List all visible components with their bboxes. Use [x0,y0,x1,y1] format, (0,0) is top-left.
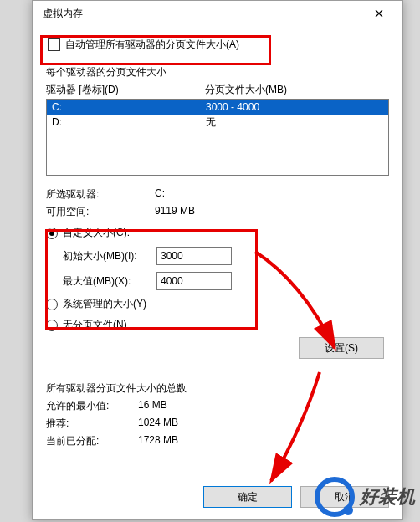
close-icon [375,9,383,18]
totals-title: 所有驱动器分页文件大小的总数 [46,381,389,396]
max-size-label: 最大值(MB)(X): [63,274,156,289]
drive-listbox[interactable]: C: 3000 - 4000 D: 无 [46,99,389,176]
col-size-header: 分页文件大小(MB) [205,83,389,97]
radio-system-managed-label: 系统管理的大小(Y) [63,297,146,311]
max-size-input[interactable] [156,272,232,290]
each-drive-title: 每个驱动器的分页文件大小 [46,65,389,79]
current-alloc-value: 1728 MB [138,434,389,448]
radio-no-paging[interactable] [46,320,58,331]
col-drive-header: 驱动器 [卷标](D) [46,83,205,97]
drive-list-header: 驱动器 [卷标](D) 分页文件大小(MB) [46,83,389,97]
ok-button[interactable]: 确定 [203,486,292,508]
min-allowed-value: 16 MB [138,399,389,413]
radio-custom-size[interactable] [46,228,58,239]
free-space-label: 可用空间: [46,205,155,219]
recommended-value: 1024 MB [138,417,389,431]
initial-size-label: 初始大小(MB)(I): [63,249,156,264]
watermark-icon [315,477,355,517]
radio-custom-size-label: 自定义大小(C): [63,226,130,240]
watermark-text: 好装机 [360,484,415,509]
selected-drive-value: C: [155,187,389,202]
titlebar: 虚拟内存 [33,1,402,26]
free-space-value: 9119 MB [155,205,389,219]
drive-row-d[interactable]: D: 无 [47,115,388,130]
radio-system-managed[interactable] [46,299,58,310]
auto-manage-label: 自动管理所有驱动器的分页文件大小(A) [65,38,239,52]
watermark: 好装机 [315,477,415,517]
min-allowed-label: 允许的最小值: [46,399,138,413]
selected-drive-label: 所选驱动器: [46,187,155,202]
dialog-title: 虚拟内存 [39,1,83,26]
close-button[interactable] [362,2,396,25]
drive-row-c[interactable]: C: 3000 - 4000 [47,100,388,115]
initial-size-input[interactable] [156,247,232,265]
auto-manage-checkbox[interactable] [48,38,60,51]
set-button[interactable]: 设置(S) [299,337,384,359]
current-alloc-label: 当前已分配: [46,434,138,448]
virtual-memory-dialog: 虚拟内存 自动管理所有驱动器的分页文件大小(A) 每个驱动器的分页文件大小 驱动… [32,0,403,520]
recommended-label: 推荐: [46,417,138,431]
radio-no-paging-label: 无分页文件(N) [63,318,127,332]
